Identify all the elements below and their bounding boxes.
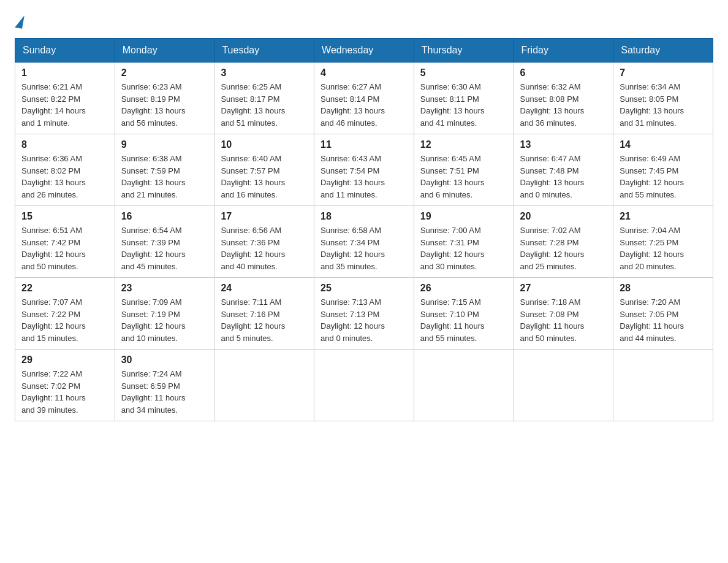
calendar-body: 1Sunrise: 6:21 AMSunset: 8:22 PMDaylight… [15,63,713,421]
day-info: Sunrise: 6:54 AMSunset: 7:39 PMDaylight:… [121,224,208,272]
day-info: Sunrise: 6:40 AMSunset: 7:57 PMDaylight:… [221,153,308,201]
day-number: 6 [520,67,607,79]
day-cell-21: 21Sunrise: 7:04 AMSunset: 7:25 PMDayligh… [613,206,713,278]
day-cell-11: 11Sunrise: 6:43 AMSunset: 7:54 PMDayligh… [314,134,414,206]
day-cell-29: 29Sunrise: 7:22 AMSunset: 7:02 PMDayligh… [15,350,115,421]
day-info: Sunrise: 7:20 AMSunset: 7:05 PMDaylight:… [620,296,707,344]
day-number: 7 [620,67,707,79]
day-cell-3: 3Sunrise: 6:25 AMSunset: 8:17 PMDaylight… [214,63,314,134]
day-cell-5: 5Sunrise: 6:30 AMSunset: 8:11 PMDaylight… [414,63,514,134]
day-info: Sunrise: 7:11 AMSunset: 7:16 PMDaylight:… [221,296,308,344]
day-cell-18: 18Sunrise: 6:58 AMSunset: 7:34 PMDayligh… [314,206,414,278]
week-row-4: 29Sunrise: 7:22 AMSunset: 7:02 PMDayligh… [15,350,713,421]
day-number: 9 [121,139,208,150]
logo-text [15,15,25,28]
day-cell-10: 10Sunrise: 6:40 AMSunset: 7:57 PMDayligh… [214,134,314,206]
day-number: 3 [221,67,308,79]
day-info: Sunrise: 6:21 AMSunset: 8:22 PMDaylight:… [21,81,108,129]
week-row-1: 8Sunrise: 6:36 AMSunset: 8:02 PMDaylight… [15,134,713,206]
day-info: Sunrise: 7:04 AMSunset: 7:25 PMDaylight:… [620,224,707,272]
day-info: Sunrise: 7:09 AMSunset: 7:19 PMDaylight:… [121,296,208,344]
day-info: Sunrise: 6:38 AMSunset: 7:59 PMDaylight:… [121,153,208,201]
day-number: 22 [21,283,108,294]
day-info: Sunrise: 7:22 AMSunset: 7:02 PMDaylight:… [21,368,108,416]
day-number: 19 [420,211,507,222]
day-cell-20: 20Sunrise: 7:02 AMSunset: 7:28 PMDayligh… [514,206,613,278]
header-monday: Monday [115,39,214,63]
empty-cell [414,350,514,421]
empty-cell [314,350,414,421]
day-number: 18 [320,211,408,222]
day-info: Sunrise: 6:47 AMSunset: 7:48 PMDaylight:… [520,153,607,201]
day-cell-28: 28Sunrise: 7:20 AMSunset: 7:05 PMDayligh… [613,278,713,350]
logo-triangle-icon [15,14,25,29]
day-number: 11 [320,139,408,150]
day-number: 4 [320,67,408,79]
day-number: 25 [320,283,408,294]
header-tuesday: Tuesday [214,39,314,63]
day-cell-4: 4Sunrise: 6:27 AMSunset: 8:14 PMDaylight… [314,63,414,134]
day-info: Sunrise: 6:25 AMSunset: 8:17 PMDaylight:… [221,81,308,129]
day-number: 12 [420,139,507,150]
day-number: 29 [21,354,108,366]
day-number: 23 [121,283,208,294]
day-info: Sunrise: 6:51 AMSunset: 7:42 PMDaylight:… [21,224,108,272]
day-info: Sunrise: 7:13 AMSunset: 7:13 PMDaylight:… [320,296,408,344]
day-number: 16 [121,211,208,222]
empty-cell [214,350,314,421]
logo [15,15,25,26]
empty-cell [514,350,613,421]
day-info: Sunrise: 7:00 AMSunset: 7:31 PMDaylight:… [420,224,507,272]
day-info: Sunrise: 6:32 AMSunset: 8:08 PMDaylight:… [520,81,607,129]
day-info: Sunrise: 7:02 AMSunset: 7:28 PMDaylight:… [520,224,607,272]
page-header [15,15,713,26]
day-number: 26 [420,283,507,294]
day-cell-16: 16Sunrise: 6:54 AMSunset: 7:39 PMDayligh… [115,206,214,278]
day-cell-26: 26Sunrise: 7:15 AMSunset: 7:10 PMDayligh… [414,278,514,350]
day-info: Sunrise: 6:34 AMSunset: 8:05 PMDaylight:… [620,81,707,129]
day-number: 2 [121,67,208,79]
day-cell-8: 8Sunrise: 6:36 AMSunset: 8:02 PMDaylight… [15,134,115,206]
empty-cell [613,350,713,421]
day-cell-1: 1Sunrise: 6:21 AMSunset: 8:22 PMDaylight… [15,63,115,134]
week-row-2: 15Sunrise: 6:51 AMSunset: 7:42 PMDayligh… [15,206,713,278]
day-number: 14 [620,139,707,150]
week-row-3: 22Sunrise: 7:07 AMSunset: 7:22 PMDayligh… [15,278,713,350]
day-cell-22: 22Sunrise: 7:07 AMSunset: 7:22 PMDayligh… [15,278,115,350]
day-cell-17: 17Sunrise: 6:56 AMSunset: 7:36 PMDayligh… [214,206,314,278]
week-row-0: 1Sunrise: 6:21 AMSunset: 8:22 PMDaylight… [15,63,713,134]
day-cell-25: 25Sunrise: 7:13 AMSunset: 7:13 PMDayligh… [314,278,414,350]
day-cell-23: 23Sunrise: 7:09 AMSunset: 7:19 PMDayligh… [115,278,214,350]
header-saturday: Saturday [613,39,713,63]
day-cell-30: 30Sunrise: 7:24 AMSunset: 6:59 PMDayligh… [115,350,214,421]
day-number: 17 [221,211,308,222]
day-number: 8 [21,139,108,150]
day-cell-13: 13Sunrise: 6:47 AMSunset: 7:48 PMDayligh… [514,134,613,206]
day-info: Sunrise: 7:18 AMSunset: 7:08 PMDaylight:… [520,296,607,344]
calendar-header: SundayMondayTuesdayWednesdayThursdayFrid… [15,39,713,63]
header-thursday: Thursday [414,39,514,63]
day-cell-7: 7Sunrise: 6:34 AMSunset: 8:05 PMDaylight… [613,63,713,134]
day-info: Sunrise: 7:15 AMSunset: 7:10 PMDaylight:… [420,296,507,344]
day-cell-2: 2Sunrise: 6:23 AMSunset: 8:19 PMDaylight… [115,63,214,134]
header-wednesday: Wednesday [314,39,414,63]
day-number: 5 [420,67,507,79]
day-cell-14: 14Sunrise: 6:49 AMSunset: 7:45 PMDayligh… [613,134,713,206]
day-cell-27: 27Sunrise: 7:18 AMSunset: 7:08 PMDayligh… [514,278,613,350]
day-cell-24: 24Sunrise: 7:11 AMSunset: 7:16 PMDayligh… [214,278,314,350]
header-friday: Friday [514,39,613,63]
day-number: 30 [121,354,208,366]
day-number: 20 [520,211,607,222]
day-info: Sunrise: 7:24 AMSunset: 6:59 PMDaylight:… [121,368,208,416]
day-info: Sunrise: 6:58 AMSunset: 7:34 PMDaylight:… [320,224,408,272]
day-number: 21 [620,211,707,222]
day-number: 28 [620,283,707,294]
day-info: Sunrise: 6:56 AMSunset: 7:36 PMDaylight:… [221,224,308,272]
day-number: 13 [520,139,607,150]
day-cell-6: 6Sunrise: 6:32 AMSunset: 8:08 PMDaylight… [514,63,613,134]
day-cell-19: 19Sunrise: 7:00 AMSunset: 7:31 PMDayligh… [414,206,514,278]
day-info: Sunrise: 6:30 AMSunset: 8:11 PMDaylight:… [420,81,507,129]
header-sunday: Sunday [15,39,115,63]
day-number: 10 [221,139,308,150]
day-number: 24 [221,283,308,294]
